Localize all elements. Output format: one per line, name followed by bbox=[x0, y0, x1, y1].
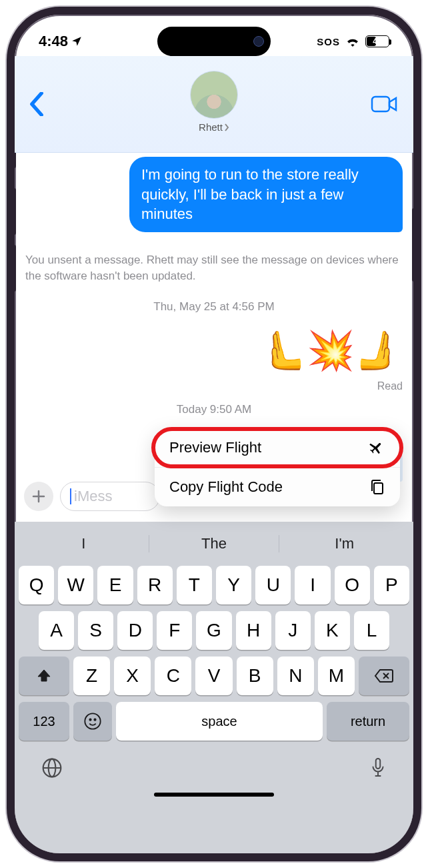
key-f[interactable]: F bbox=[157, 611, 192, 650]
preview-flight-label: Preview Flight bbox=[169, 439, 261, 456]
message-input[interactable]: iMess bbox=[60, 482, 160, 511]
placeholder-text: iMess bbox=[74, 488, 112, 505]
key-v[interactable]: V bbox=[195, 657, 232, 695]
battery-icon: 42 bbox=[365, 35, 389, 47]
key-e[interactable]: E bbox=[97, 566, 133, 604]
home-indicator[interactable] bbox=[154, 793, 274, 797]
key-x[interactable]: X bbox=[114, 657, 151, 695]
svg-rect-0 bbox=[372, 97, 389, 111]
key-s[interactable]: S bbox=[78, 611, 113, 650]
shift-key[interactable] bbox=[19, 657, 69, 695]
copy-flight-label: Copy Flight Code bbox=[169, 478, 283, 496]
nav-bar: Rhett bbox=[15, 56, 413, 153]
backspace-icon bbox=[374, 669, 394, 683]
timestamp: Thu, May 25 at 4:56 PM bbox=[25, 300, 403, 314]
key-p[interactable]: P bbox=[374, 566, 409, 604]
key-t[interactable]: T bbox=[177, 566, 212, 604]
add-button[interactable] bbox=[24, 482, 53, 511]
emoji-key[interactable] bbox=[73, 702, 112, 741]
key-r[interactable]: R bbox=[137, 566, 173, 604]
message-emoji[interactable]: 🫷💥🫷 bbox=[259, 331, 403, 370]
contact-header[interactable]: Rhett bbox=[190, 71, 238, 133]
key-c[interactable]: C bbox=[155, 657, 191, 695]
message-bubble-sent[interactable]: I'm going to run to the store really qui… bbox=[129, 157, 403, 232]
wifi-icon bbox=[345, 36, 360, 47]
avatar bbox=[190, 71, 238, 119]
quicktype-suggestion[interactable]: I bbox=[19, 535, 149, 552]
battery-percent: 42 bbox=[366, 36, 389, 47]
unsent-notice: You unsent a message. Rhett may still se… bbox=[25, 252, 403, 284]
key-b[interactable]: B bbox=[237, 657, 273, 695]
chevron-left-icon bbox=[29, 92, 44, 116]
key-y[interactable]: Y bbox=[216, 566, 251, 604]
return-key[interactable]: return bbox=[327, 702, 409, 741]
flight-popup: Preview Flight Copy Flight Code bbox=[155, 428, 400, 506]
globe-key[interactable] bbox=[41, 757, 63, 779]
svg-point-6 bbox=[85, 713, 100, 729]
key-l[interactable]: L bbox=[354, 611, 389, 650]
key-h[interactable]: H bbox=[236, 611, 271, 650]
svg-point-8 bbox=[94, 719, 95, 721]
iphone-frame: 4:48 SOS 42 Rhett I'm goi bbox=[7, 7, 421, 861]
key-q[interactable]: Q bbox=[19, 566, 54, 604]
quicktype-suggestion[interactable]: The bbox=[149, 535, 279, 552]
space-key[interactable]: space bbox=[116, 702, 323, 741]
copy-icon bbox=[369, 478, 385, 496]
key-k[interactable]: K bbox=[315, 611, 350, 650]
key-i[interactable]: I bbox=[295, 566, 330, 604]
airplane-icon bbox=[368, 439, 385, 456]
copy-flight-code-option[interactable]: Copy Flight Code bbox=[155, 468, 400, 506]
facetime-button[interactable] bbox=[371, 94, 399, 114]
number-switch-key[interactable]: 123 bbox=[19, 702, 69, 741]
status-sos: SOS bbox=[317, 36, 340, 47]
keyboard: I The I'm QWERTYUIOP ASDFGHJKL ZXCVBNM 1… bbox=[15, 522, 413, 853]
key-w[interactable]: W bbox=[58, 566, 93, 604]
mic-icon bbox=[369, 757, 387, 779]
video-icon bbox=[371, 94, 399, 114]
key-a[interactable]: A bbox=[39, 611, 74, 650]
key-m[interactable]: M bbox=[318, 657, 355, 695]
preview-flight-option[interactable]: Preview Flight bbox=[155, 428, 400, 468]
key-o[interactable]: O bbox=[335, 566, 370, 604]
read-receipt: Read bbox=[377, 380, 403, 392]
key-g[interactable]: G bbox=[196, 611, 231, 650]
dynamic-island bbox=[157, 27, 271, 56]
dictation-key[interactable] bbox=[369, 757, 387, 779]
key-u[interactable]: U bbox=[255, 566, 291, 604]
svg-rect-12 bbox=[376, 759, 381, 769]
quicktype-bar: I The I'm bbox=[19, 528, 409, 559]
delete-key[interactable] bbox=[359, 657, 409, 695]
key-j[interactable]: J bbox=[275, 611, 311, 650]
shift-icon bbox=[36, 668, 52, 684]
plus-icon bbox=[31, 489, 46, 504]
svg-rect-1 bbox=[374, 483, 383, 494]
status-time: 4:48 bbox=[39, 33, 68, 50]
back-button[interactable] bbox=[29, 92, 44, 116]
quicktype-suggestion[interactable]: I'm bbox=[279, 535, 409, 552]
key-d[interactable]: D bbox=[117, 611, 153, 650]
emoji-icon bbox=[83, 712, 102, 731]
contact-name: Rhett bbox=[199, 121, 223, 133]
timestamp: Today 9:50 AM bbox=[25, 403, 403, 416]
key-n[interactable]: N bbox=[277, 657, 314, 695]
chevron-right-icon bbox=[224, 123, 229, 131]
location-icon bbox=[71, 35, 83, 47]
svg-point-7 bbox=[89, 719, 91, 721]
globe-icon bbox=[41, 757, 63, 779]
key-z[interactable]: Z bbox=[73, 657, 110, 695]
